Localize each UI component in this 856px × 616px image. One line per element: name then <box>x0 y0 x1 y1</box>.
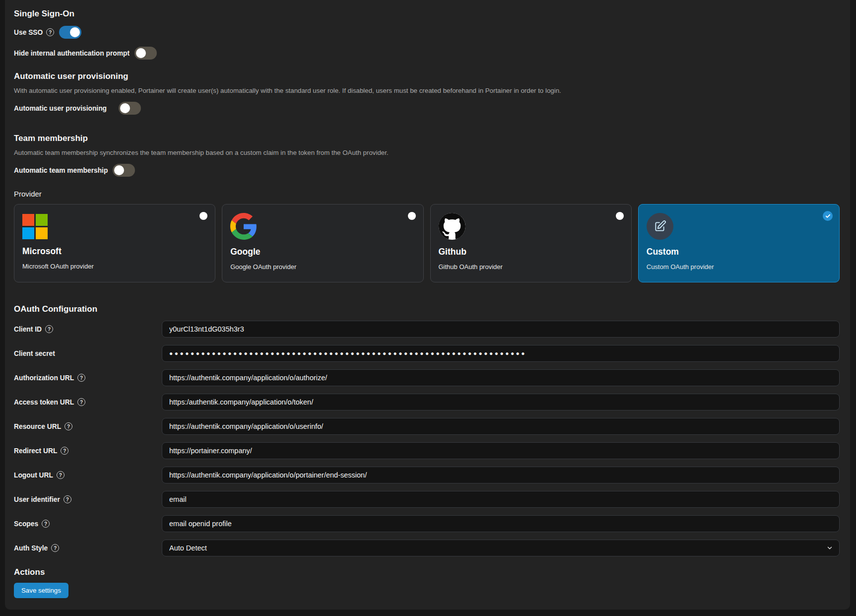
provider-card-custom[interactable]: CustomCustom OAuth provider <box>638 204 840 282</box>
client-id-input[interactable] <box>162 321 840 338</box>
form-label-col: Logout URL? <box>14 471 162 479</box>
form-label-col: Scopes? <box>14 520 162 528</box>
auto-user-provisioning-description: With automatic user provisioning enabled… <box>14 87 840 95</box>
form-row-scopes: Scopes? <box>14 515 840 532</box>
oauth-config-heading: OAuth Configuration <box>14 304 840 314</box>
form-row-client-id: Client ID? <box>14 321 840 338</box>
auto-user-provisioning-heading: Automatic user provisioning <box>14 71 840 81</box>
toggle-knob <box>114 165 124 175</box>
provider-card-microsoft[interactable]: MicrosoftMicrosoft OAuth provider <box>14 204 215 282</box>
form-row-client-secret: Client secret <box>14 345 840 362</box>
form-label-col: User identifier? <box>14 495 162 503</box>
form-row-user-identifier: User identifier? <box>14 491 840 508</box>
scopes-label: Scopes <box>14 520 38 528</box>
provider-card-subtitle: Google OAuth provider <box>230 263 415 271</box>
provider-card-title: Microsoft <box>22 246 207 257</box>
form-row-auth-style: Auth Style?Auto Detect <box>14 540 840 556</box>
github-logo <box>439 213 465 240</box>
user-identifier-label: User identifier <box>14 496 60 503</box>
form-label-col: Client ID? <box>14 325 162 333</box>
provider-radio[interactable] <box>616 212 624 220</box>
team-membership-description: Automatic team membership synchronizes t… <box>14 149 840 157</box>
team-membership-label: Automatic team membership <box>14 167 108 174</box>
auth-style-select[interactable]: Auto Detect <box>162 540 840 556</box>
provider-card-title: Custom <box>647 247 831 257</box>
logout-url-label: Logout URL <box>14 472 53 479</box>
help-icon[interactable]: ? <box>57 471 65 479</box>
use-sso-row: Use SSO ? <box>14 26 840 39</box>
auto-user-provisioning-row: Automatic user provisioning <box>14 102 840 115</box>
redirect-url-input[interactable] <box>162 442 840 459</box>
provider-card-google[interactable]: GoogleGoogle OAuth provider <box>222 204 423 282</box>
team-membership-heading: Team membership <box>14 134 840 143</box>
use-sso-label: Use SSO <box>14 29 43 36</box>
form-row-access-token-url: Access token URL? <box>14 394 840 411</box>
resource-url-input[interactable] <box>162 418 840 435</box>
provider-label: Provider <box>14 190 840 198</box>
team-membership-row: Automatic team membership <box>14 164 840 177</box>
client-secret-input[interactable] <box>162 345 840 362</box>
access-token-url-input[interactable] <box>162 394 840 411</box>
actions-heading: Actions <box>14 567 840 577</box>
hide-internal-prompt-row: Hide internal authentication prompt <box>14 47 840 60</box>
toggle-knob <box>120 103 130 113</box>
logout-url-input[interactable] <box>162 467 840 483</box>
help-icon[interactable]: ? <box>46 28 54 36</box>
help-icon[interactable]: ? <box>45 325 53 333</box>
redirect-url-label: Redirect URL <box>14 447 57 455</box>
help-icon[interactable]: ? <box>42 520 50 528</box>
provider-card-subtitle: Github OAuth provider <box>439 263 623 271</box>
provider-card-github[interactable]: GithubGithub OAuth provider <box>430 204 632 282</box>
save-settings-button[interactable]: Save settings <box>14 583 68 598</box>
provider-card-title: Github <box>439 247 623 257</box>
custom-edit-icon <box>647 213 673 240</box>
form-label-col: Auth Style? <box>14 544 162 552</box>
authorization-url-label: Authorization URL <box>14 374 74 382</box>
help-icon[interactable]: ? <box>64 495 71 503</box>
client-secret-label: Client secret <box>14 350 55 357</box>
help-icon[interactable]: ? <box>51 544 59 552</box>
form-row-resource-url: Resource URL? <box>14 418 840 435</box>
use-sso-toggle[interactable] <box>59 26 81 39</box>
resource-url-label: Resource URL <box>14 423 61 430</box>
toggle-knob <box>70 27 80 37</box>
form-label-col: Resource URL? <box>14 422 162 430</box>
provider-card-subtitle: Custom OAuth provider <box>647 263 831 271</box>
team-membership-toggle[interactable] <box>113 164 135 177</box>
help-icon[interactable]: ? <box>77 398 85 406</box>
form-label-col: Access token URL? <box>14 398 162 406</box>
form-row-redirect-url: Redirect URL? <box>14 442 840 459</box>
form-row-authorization-url: Authorization URL? <box>14 369 840 386</box>
user-identifier-input[interactable] <box>162 491 840 508</box>
oauth-settings-panel: Single Sign-On Use SSO ? Hide internal a… <box>5 0 850 610</box>
provider-cards: MicrosoftMicrosoft OAuth providerGoogleG… <box>14 204 840 282</box>
google-logo <box>230 213 257 240</box>
form-label-col: Authorization URL? <box>14 374 162 382</box>
auth-style-label: Auth Style <box>14 545 48 552</box>
help-icon[interactable]: ? <box>61 447 68 455</box>
sso-heading: Single Sign-On <box>14 9 840 19</box>
form-label-col: Client secret <box>14 350 162 357</box>
provider-card-subtitle: Microsoft OAuth provider <box>22 263 207 270</box>
hide-internal-prompt-toggle[interactable] <box>134 47 157 60</box>
authorization-url-input[interactable] <box>162 369 840 386</box>
toggle-knob <box>136 48 146 58</box>
selected-check-icon <box>823 211 833 221</box>
provider-card-title: Google <box>230 247 415 257</box>
auto-user-provisioning-toggle[interactable] <box>119 102 141 115</box>
hide-internal-prompt-label: Hide internal authentication prompt <box>14 50 130 57</box>
auto-user-provisioning-label: Automatic user provisioning <box>14 105 107 112</box>
oauth-config-form: Client ID?Client secretAuthorization URL… <box>14 321 840 556</box>
scopes-input[interactable] <box>162 515 840 532</box>
form-label-col: Redirect URL? <box>14 447 162 455</box>
access-token-url-label: Access token URL <box>14 399 74 406</box>
client-id-label: Client ID <box>14 326 42 333</box>
microsoft-logo <box>22 213 207 239</box>
help-icon[interactable]: ? <box>65 422 72 430</box>
form-row-logout-url: Logout URL? <box>14 467 840 483</box>
help-icon[interactable]: ? <box>77 374 85 382</box>
provider-radio[interactable] <box>408 212 416 220</box>
